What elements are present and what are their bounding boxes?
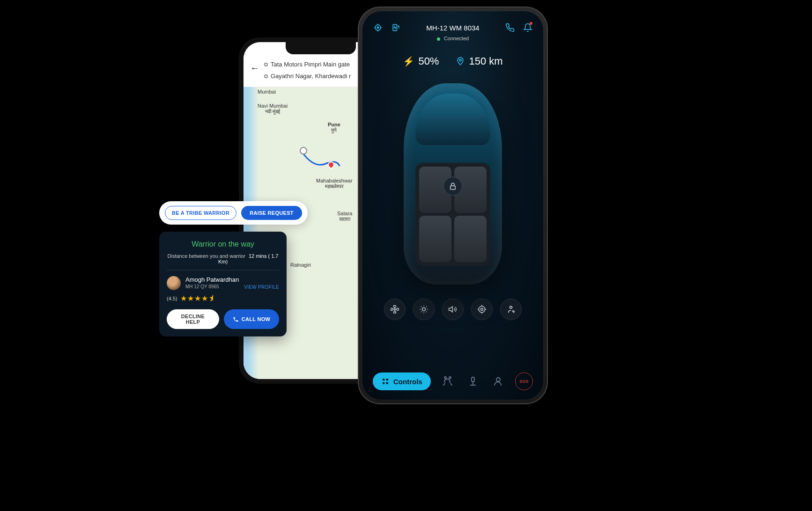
warrior-actions: DECLINE HELP CALL NOW [167,309,279,329]
find-car-button[interactable] [471,299,493,320]
phone-notch [286,42,356,54]
city-label-ratna: Ratnagiri [290,262,311,268]
controls-grid-icon [381,377,390,386]
seat-rear-right [454,216,487,262]
warrior-distance: Distance between you and warrior 12 mins… [167,253,279,264]
svg-point-14 [386,382,389,385]
city-pune-local: पुणे [328,127,340,133]
svg-rect-5 [450,186,456,190]
range-value: 150 km [469,55,502,67]
battery-value: 50% [418,55,439,67]
person-icon [493,376,504,387]
call-support-icon[interactable] [505,22,515,33]
top-icons-right [505,22,533,33]
nav-tribes[interactable] [439,373,456,390]
city-mahab-local: महाबळेश्वर [316,183,353,189]
top-icons-left [373,22,401,33]
svg-point-12 [386,379,389,381]
city-label-mumbai: Mumbai [258,89,276,95]
nav-vehicle[interactable] [465,373,481,390]
svg-point-8 [479,306,485,312]
charge-station-icon[interactable] [391,22,401,33]
speaker-icon [448,305,458,314]
svg-rect-17 [472,377,474,382]
range-stat: 150 km [456,55,502,67]
city-navi-local: नवी मुंबई [258,109,288,114]
top-bar: MH-12 WM 8034 [362,11,543,33]
be-tribe-warrior-button[interactable]: BE A TRIBE WARRIOR [165,206,236,220]
bolt-icon: ⚡ [403,56,414,67]
tribe-actions: BE A TRIBE WARRIOR RAISE REQUEST [159,201,308,225]
connection-label: Connected [444,36,469,41]
phone-icon [233,316,239,322]
call-now-button[interactable]: CALL NOW [224,309,279,329]
climate-fan-button[interactable] [384,299,406,320]
city-satara-local: सातारा [337,216,352,222]
svg-point-0 [300,147,307,154]
origin-text: Tata Motors Pimpri Main gate [271,59,350,71]
nav-controls[interactable]: Controls [373,372,431,390]
svg-point-11 [383,379,385,381]
svg-point-15 [444,377,446,379]
svg-point-10 [510,306,512,308]
view-profile-link[interactable]: VIEW PROFILE [244,285,279,290]
raise-request-button[interactable]: RAISE REQUEST [241,206,302,220]
nav-controls-label: Controls [393,378,422,386]
range-pin-icon [456,57,465,66]
route-path-line [300,145,342,173]
svg-point-4 [459,59,461,61]
lock-button[interactable] [443,177,462,196]
stats-row: ⚡ 50% 150 km [362,55,543,67]
steering-icon [467,376,479,387]
phone-vehicle-mockup: MH-12 WM 8034 Connected ⚡ 50% 150 km [358,7,548,404]
svg-point-2 [377,27,378,28]
call-now-label: CALL NOW [242,316,270,322]
person-key-icon [506,305,516,314]
city-mahab-en: Mahabaleshwar [316,178,353,183]
sos-button[interactable]: SOS [515,372,533,390]
star-icons: ★★★★⯨ [180,294,216,303]
warrior-distance-label: Distance between you and warrior [168,253,245,259]
avatar [167,276,181,290]
warrior-title: Warrior on the way [167,240,279,248]
svg-point-18 [496,378,500,381]
car-visual [390,83,516,289]
origin-dot-icon [264,63,268,66]
sun-icon [419,305,428,314]
valet-button[interactable] [500,299,522,320]
seat-rear-left [419,216,451,262]
battery-stat: ⚡ 50% [403,55,439,67]
city-label-satara: Satara सातारा [337,211,352,222]
destination-dot-icon [264,74,268,78]
svg-point-13 [383,382,385,385]
connected-dot-icon [437,37,440,41]
notification-bell-icon[interactable] [523,22,533,33]
crosshair-icon [477,305,487,314]
lock-icon [449,182,457,190]
city-satara-en: Satara [337,211,352,216]
city-label-pune: Pune पुणे [328,122,340,133]
svg-point-6 [394,308,395,310]
bottom-nav: Controls SOS [369,370,537,393]
rating-row: (4.5) ★★★★⯨ [167,294,279,303]
decline-help-button[interactable]: DECLINE HELP [167,309,219,329]
rating-value: (4.5) [167,296,177,301]
connection-status: Connected [362,36,543,41]
city-label-navi: Navi Mumbai नवी मुंबई [258,103,288,114]
warrior-name: Amogh Patwardhan [185,276,279,283]
fan-icon [390,305,399,314]
svg-point-9 [481,308,483,311]
city-pune-en: Pune [328,122,340,127]
quick-controls [362,299,543,320]
vehicle-screen: MH-12 WM 8034 Connected ⚡ 50% 150 km [362,11,543,400]
warrior-card: Warrior on the way Distance between you … [159,232,287,336]
locate-icon[interactable] [373,22,383,33]
destination-text: Gayathri Nagar, Khardewadi r [271,71,351,82]
nav-profile[interactable] [490,373,507,390]
lights-button[interactable] [413,299,435,320]
back-arrow-icon[interactable]: ← [250,63,259,73]
horn-button[interactable] [442,299,464,320]
svg-point-7 [422,308,426,311]
city-label-mahab: Mahabaleshwar महाबळेश्वर [316,178,353,189]
divider [167,270,279,270]
